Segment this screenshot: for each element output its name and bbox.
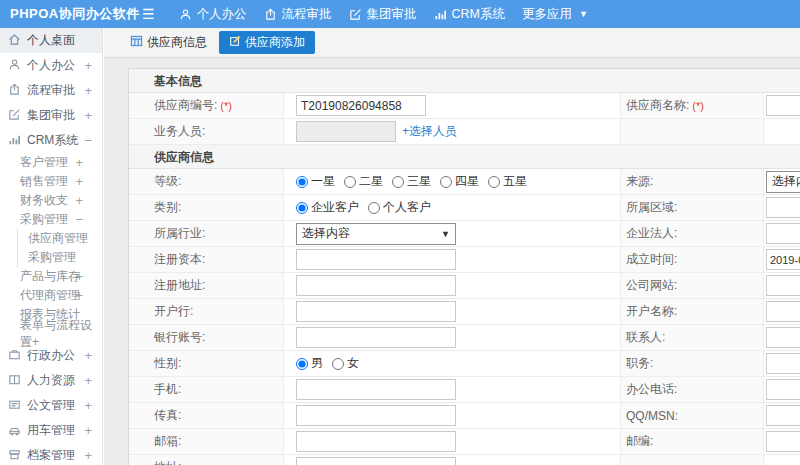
radio-option[interactable]: 女 <box>332 355 359 372</box>
expand-toggle[interactable]: + <box>84 448 92 463</box>
radio-label: 企业客户 <box>311 199 359 216</box>
sidebar-item-label: 集团审批 <box>27 107 75 124</box>
gender-radio[interactable] <box>332 358 344 370</box>
contact-input[interactable] <box>766 327 800 348</box>
sidebar-item-sales-mgmt[interactable]: 销售管理 + <box>0 172 102 191</box>
email-input[interactable] <box>296 431 456 452</box>
bank-no-input[interactable] <box>296 327 456 348</box>
expand-toggle[interactable]: + <box>84 83 92 98</box>
legal-person-input[interactable] <box>766 223 800 244</box>
gender-label: 性别: <box>154 355 181 372</box>
radio-option[interactable]: 五星 <box>488 173 527 190</box>
expand-toggle[interactable]: + <box>75 288 83 303</box>
expand-toggle[interactable]: + <box>84 423 92 438</box>
expand-toggle[interactable]: + <box>75 155 83 170</box>
supplier-name-input[interactable] <box>766 95 800 116</box>
capital-input[interactable] <box>296 249 456 270</box>
sidebar-item-supplier-mgmt[interactable]: 供应商管理 <box>18 229 102 248</box>
field-label: 供应商名称: (*) <box>621 93 764 118</box>
select-value: 选择内容 <box>302 225 350 242</box>
category-radio[interactable] <box>368 202 380 214</box>
field-label: 类别: <box>129 195 284 220</box>
sidebar-item-hr[interactable]: 人力资源 + <box>0 368 102 393</box>
qq-msn-label: QQ/MSN: <box>626 409 678 423</box>
supplier-name-label: 供应商名称: <box>626 97 689 114</box>
account-name-label: 开户名称: <box>626 303 677 320</box>
radio-option[interactable]: 四星 <box>440 173 479 190</box>
zip-input[interactable] <box>766 431 800 452</box>
website-input[interactable] <box>766 275 800 296</box>
sidebar-item-purchase-mgmt[interactable]: 采购管理 − <box>0 210 102 229</box>
expand-toggle[interactable]: + <box>75 193 83 208</box>
mobile-input[interactable] <box>296 379 456 400</box>
sidebar-item-archive-mgmt[interactable]: 档案管理 + <box>0 443 102 465</box>
expand-toggle[interactable]: + <box>75 269 83 284</box>
radio-option[interactable]: 一星 <box>296 173 335 190</box>
radio-option[interactable]: 二星 <box>344 173 383 190</box>
expand-toggle[interactable]: + <box>84 58 92 73</box>
category-radio[interactable] <box>296 202 308 214</box>
sidebar-item-workflow-approval[interactable]: 流程审批 + <box>0 78 102 103</box>
source-select[interactable]: 选择内容▼ <box>766 171 800 193</box>
address-input[interactable] <box>296 457 456 465</box>
nav-item-more-apps[interactable]: 更多应用 ▼ <box>522 6 588 23</box>
office-tel-input[interactable] <box>766 379 800 400</box>
level-radio[interactable] <box>296 176 308 188</box>
level-radio[interactable] <box>344 176 356 188</box>
sidebar-item-customer-mgmt[interactable]: 客户管理 + <box>0 153 102 172</box>
expand-toggle[interactable]: + <box>84 398 92 413</box>
nav-item-workflow-approval[interactable]: 流程审批 <box>264 6 332 23</box>
radio-option[interactable]: 企业客户 <box>296 199 359 216</box>
sidebar-item-agent-mgmt[interactable]: 代理商管理 + <box>0 286 102 305</box>
sidebar-item-personal-office[interactable]: 个人办公 + <box>0 53 102 78</box>
fax-input[interactable] <box>296 405 456 426</box>
select-staff-link[interactable]: +选择人员 <box>402 123 457 140</box>
account-name-input[interactable] <box>766 301 800 322</box>
sidebar-item-admin-office[interactable]: 行政办公 + <box>0 343 102 368</box>
level-radio[interactable] <box>440 176 452 188</box>
industry-select[interactable]: 选择内容▼ <box>296 223 456 245</box>
sidebar-item-purchasing[interactable]: 采购管理 <box>18 248 102 267</box>
radio-option[interactable]: 三星 <box>392 173 431 190</box>
expand-toggle[interactable]: + <box>84 373 92 388</box>
field-cell <box>284 403 621 428</box>
nav-item-crm-system[interactable]: CRM系统 <box>434 6 505 23</box>
staff-input[interactable] <box>296 121 396 142</box>
expand-toggle[interactable]: + <box>75 174 83 189</box>
sidebar-item-label: 用车管理 <box>27 422 75 439</box>
sidebar-item-finance[interactable]: 财务收支 + <box>0 191 102 210</box>
radio-label: 男 <box>311 355 323 372</box>
menu-toggle-icon[interactable]: ☰ <box>142 6 155 22</box>
sidebar-item-document-mgmt[interactable]: 公文管理 + <box>0 393 102 418</box>
nav-item-personal-office[interactable]: 个人办公 <box>179 6 247 23</box>
contact-label: 联系人: <box>626 329 665 346</box>
collapse-toggle[interactable]: − <box>75 212 83 227</box>
qq-msn-input[interactable] <box>766 405 800 426</box>
sidebar-item-personal-desktop[interactable]: 个人桌面 <box>0 28 102 53</box>
level-radio[interactable] <box>392 176 404 188</box>
reg-address-input[interactable] <box>296 275 456 296</box>
sidebar-item-group-approval[interactable]: 集团审批 + <box>0 103 102 128</box>
gender-radio[interactable] <box>296 358 308 370</box>
tab-supplier-info[interactable]: 供应商信息 <box>130 34 207 51</box>
sidebar-item-form-flow-settings[interactable]: 表单与流程设置+ <box>0 324 102 343</box>
founded-input[interactable] <box>766 249 800 270</box>
radio-label: 女 <box>347 355 359 372</box>
expand-toggle[interactable]: + <box>84 108 92 123</box>
radio-option[interactable]: 男 <box>296 355 323 372</box>
collapse-toggle[interactable]: − <box>84 133 92 148</box>
bank-input[interactable] <box>296 301 456 322</box>
sidebar-item-crm-system[interactable]: CRM系统 − <box>0 128 102 153</box>
office-tel-label: 办公电话: <box>626 381 677 398</box>
radio-option[interactable]: 个人客户 <box>368 199 431 216</box>
tab-supplier-add[interactable]: 供应商添加 <box>219 31 315 54</box>
level-radio[interactable] <box>488 176 500 188</box>
supplier-no-input[interactable] <box>296 95 426 116</box>
chevron-down-icon: ▼ <box>441 229 450 239</box>
expand-toggle[interactable]: + <box>84 348 92 363</box>
sidebar-item-vehicle-mgmt[interactable]: 用车管理 + <box>0 418 102 443</box>
nav-item-group-approval[interactable]: 集团审批 <box>349 6 417 23</box>
sidebar-item-product-inventory[interactable]: 产品与库存 + <box>0 267 102 286</box>
job-title-input[interactable] <box>766 353 800 374</box>
region-input[interactable] <box>766 197 800 218</box>
